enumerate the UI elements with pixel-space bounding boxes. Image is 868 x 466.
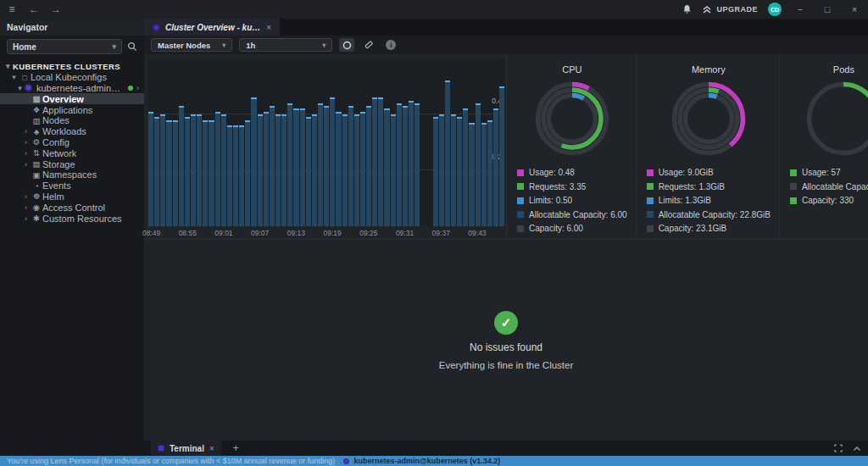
- chevron-up-icon[interactable]: [853, 446, 861, 452]
- tree-chevron-icon[interactable]: ›: [21, 203, 31, 212]
- sidebar-item-events[interactable]: ◔Events: [0, 180, 144, 191]
- tree-chevron-icon[interactable]: ›: [21, 160, 31, 169]
- bar: [409, 101, 414, 227]
- bar: [469, 123, 474, 226]
- sidebar-item-helm[interactable]: ›☸Helm: [0, 191, 144, 202]
- legend-label: Allocatable Capacity: 330: [802, 182, 868, 191]
- bar: [251, 97, 256, 226]
- sidebar-item-nodes[interactable]: ▥Nodes: [0, 115, 144, 126]
- pods-donut-chart: [790, 80, 868, 158]
- cluster-item[interactable]: ▾kubernetes-admin@kubernetes›: [0, 83, 144, 94]
- tab-close-icon[interactable]: ×: [266, 23, 271, 32]
- bar: [148, 112, 153, 226]
- titlebar: ≡ ← → UPGRADE CD − □ ×: [0, 0, 868, 19]
- sidebar-item-overview-icon: ▦: [31, 94, 42, 103]
- legend-item: Limits: 1.3GiB: [647, 196, 771, 205]
- bar: [154, 117, 159, 226]
- bar: [354, 114, 359, 226]
- sidebar-item-applications[interactable]: ❖Applications: [0, 104, 144, 115]
- tree-chevron-icon[interactable]: ▾: [9, 73, 19, 81]
- sidebar-item-applications-icon: ❖: [31, 105, 42, 114]
- legend-item: Capacity: 6.00: [517, 224, 627, 233]
- sidebar-item-storage[interactable]: ›▤Storage: [0, 158, 144, 169]
- bar: [185, 117, 190, 226]
- upgrade-button[interactable]: UPGRADE: [702, 5, 758, 14]
- memory-donut-chart: [647, 80, 771, 158]
- expand-dock-icon[interactable]: [834, 444, 843, 452]
- eraser-button[interactable]: [361, 38, 376, 52]
- tree-chevron-icon[interactable]: ›: [21, 214, 31, 223]
- tree-item-label: Namespaces: [42, 169, 97, 180]
- upgrade-chevrons-icon: [702, 5, 712, 14]
- tab-cluster-overview[interactable]: Cluster Overview - kubernet... ×: [144, 19, 280, 36]
- info-icon: i: [386, 40, 396, 50]
- bar: [439, 114, 444, 226]
- tree-chevron-icon[interactable]: ▾: [3, 62, 13, 70]
- bar: [378, 97, 383, 226]
- legend-swatch-icon: [790, 197, 797, 204]
- bar: [342, 114, 348, 226]
- local-kubeconfigs[interactable]: ▾□Local Kubeconfigs: [0, 72, 144, 83]
- new-terminal-button[interactable]: +: [233, 442, 239, 454]
- bar: [281, 114, 287, 226]
- sidebar-item-access-control[interactable]: ›◉Access Control: [0, 202, 144, 213]
- terminal-tab[interactable]: Terminal ×: [151, 441, 221, 456]
- back-icon[interactable]: ←: [27, 3, 41, 15]
- active-cluster-status[interactable]: kubernetes-admin@kubernetes (v1.34.2): [343, 457, 500, 465]
- minimize-button[interactable]: −: [792, 4, 809, 14]
- sidebar-item-config[interactable]: ›⚙Config: [0, 137, 144, 148]
- user-avatar[interactable]: CD: [768, 3, 782, 16]
- metrics-toggle-button[interactable]: [339, 38, 354, 52]
- nodes-type-select[interactable]: Master Nodes ▾: [151, 38, 232, 52]
- forward-icon[interactable]: →: [49, 3, 63, 15]
- sidebar-item-workloads[interactable]: ›♣Workloads: [0, 126, 144, 137]
- maximize-button[interactable]: □: [819, 4, 836, 14]
- menu-icon[interactable]: ≡: [5, 3, 19, 15]
- info-button[interactable]: i: [383, 38, 398, 52]
- legend-item: Requests: 3.35: [517, 182, 627, 191]
- sidebar-item-events-icon: ◔: [31, 181, 42, 191]
- x-axis-label: 09:07: [251, 229, 269, 237]
- legend-item: Requests: 1.3GiB: [647, 182, 771, 191]
- bar: [330, 97, 335, 226]
- tree-chevron-icon[interactable]: ›: [21, 149, 31, 158]
- tree-chevron-icon[interactable]: ›: [21, 127, 31, 136]
- legend-swatch-icon: [647, 211, 654, 218]
- bar: [457, 117, 462, 226]
- sidebar-item-custom-resources[interactable]: ›✱Custom Resources: [0, 213, 144, 224]
- time-range-select[interactable]: 1h ▾: [239, 38, 332, 52]
- bar: [451, 114, 456, 226]
- license-notice: You're using Lens Personal (for individu…: [7, 457, 335, 465]
- bar: [403, 106, 408, 226]
- navigator-scope-select[interactable]: Home ▾: [7, 39, 122, 54]
- bar: [166, 120, 171, 226]
- bar: [481, 123, 487, 226]
- close-window-button[interactable]: ×: [846, 4, 863, 14]
- legend-label: Requests: 1.3GiB: [659, 182, 725, 191]
- tree-chevron-icon[interactable]: ›: [21, 138, 31, 147]
- notifications-bell-icon[interactable]: [682, 4, 692, 14]
- sidebar-item-network[interactable]: ›⇅Network: [0, 147, 144, 158]
- legend-swatch-icon: [647, 169, 654, 176]
- tree-chevron-icon[interactable]: ▾: [15, 84, 25, 92]
- sidebar-item-storage-icon: ▤: [31, 159, 42, 169]
- cluster-status-icon: [343, 458, 349, 464]
- issues-title: No issues found: [470, 341, 542, 353]
- circle-icon: [342, 41, 352, 50]
- bar: [287, 103, 292, 226]
- kubernetes-clusters[interactable]: ▾KUBERNETES CLUSTERS: [0, 61, 144, 72]
- gauge-legend: Usage: 57Allocatable Capacity: 330Capaci…: [790, 168, 868, 205]
- legend-item: Limits: 0.50: [517, 196, 627, 205]
- chevron-right-icon[interactable]: ›: [136, 84, 139, 92]
- legend-label: Usage: 0.48: [529, 168, 575, 177]
- bar: [275, 114, 281, 226]
- gauge-title: Memory: [647, 64, 771, 75]
- sidebar-item-namespaces[interactable]: ▣Namespaces: [0, 169, 144, 180]
- search-icon[interactable]: [127, 42, 137, 52]
- legend-item: Capacity: 330: [790, 196, 868, 205]
- bar: [433, 117, 438, 226]
- cpu-usage-chart[interactable]: 0.20.4 08:4908:5509:0109:0709:1309:1909:…: [144, 54, 506, 239]
- terminal-close-icon[interactable]: ×: [209, 444, 214, 453]
- tree-chevron-icon[interactable]: ›: [21, 192, 31, 201]
- sidebar-item-overview[interactable]: ▦Overview: [0, 93, 144, 104]
